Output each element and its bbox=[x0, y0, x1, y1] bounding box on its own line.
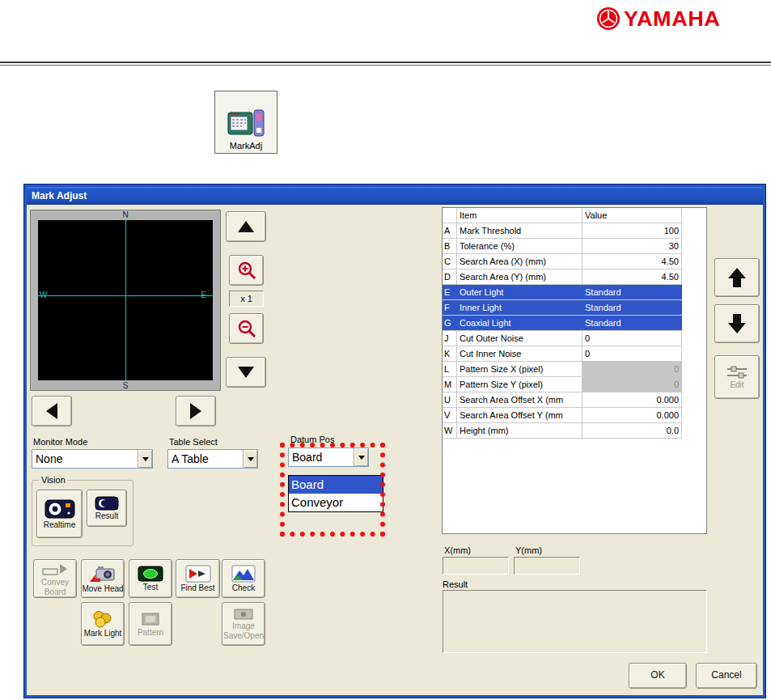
table-row-selected[interactable]: G Coaxial Light Standard bbox=[443, 316, 682, 331]
move-up-button[interactable] bbox=[226, 211, 266, 242]
right-arrow-icon bbox=[190, 403, 201, 419]
row-item: Search Area (Y) (mm) bbox=[457, 269, 582, 284]
table-row[interactable]: K Cut Inner Noise 0 bbox=[443, 346, 682, 362]
down-arrow-icon bbox=[238, 367, 254, 378]
test-button[interactable]: Test bbox=[129, 559, 172, 598]
image-save-open-label: Image Save/Open bbox=[222, 622, 265, 640]
datum-pos-label: Datum Pos bbox=[290, 435, 334, 444]
yamaha-logo-mark-icon bbox=[596, 6, 621, 31]
realtime-button[interactable]: Realtime bbox=[36, 490, 83, 538]
row-value: 4.50 bbox=[582, 269, 682, 284]
result-button[interactable]: Result bbox=[87, 490, 127, 527]
thick-up-arrow-icon bbox=[726, 265, 748, 290]
table-header-row: Item Value bbox=[443, 208, 682, 223]
check-label: Check bbox=[232, 583, 255, 593]
row-item: Coaxial Light bbox=[457, 316, 582, 330]
row-key: F bbox=[443, 300, 457, 315]
option-board[interactable]: Board bbox=[289, 476, 383, 494]
monitor-mode-select[interactable]: None bbox=[32, 449, 153, 469]
row-key: C bbox=[443, 254, 457, 269]
table-select-label: Table Select bbox=[169, 437, 218, 447]
zoom-out-button[interactable] bbox=[229, 313, 264, 344]
mark-light-icon bbox=[91, 610, 115, 628]
dialog-title: Mark Adjust bbox=[32, 190, 87, 202]
mark-light-button[interactable]: Mark Light bbox=[81, 602, 125, 646]
row-value: Standard bbox=[582, 300, 682, 315]
pattern-label: Pattern bbox=[138, 628, 163, 638]
row-value: 0.000 bbox=[582, 392, 682, 407]
table-row[interactable]: A Mark Threshold 100 bbox=[443, 223, 682, 239]
row-item: Outer Light bbox=[457, 285, 582, 299]
compass-south-label: S bbox=[123, 381, 129, 390]
find-best-label: Find Best bbox=[180, 583, 214, 593]
option-conveyor[interactable]: Conveyor bbox=[289, 494, 383, 511]
ok-label: OK bbox=[650, 670, 664, 681]
separator-line-thin bbox=[0, 65, 771, 66]
move-down-button[interactable] bbox=[226, 357, 266, 388]
find-best-icon bbox=[185, 565, 211, 583]
row-key: W bbox=[443, 423, 457, 438]
move-right-button[interactable] bbox=[176, 396, 216, 426]
row-item: Tolerance (%) bbox=[457, 239, 582, 253]
dialog-titlebar[interactable]: Mark Adjust bbox=[27, 187, 763, 205]
row-item: Pattern Size Y (pixel) bbox=[457, 377, 582, 392]
row-item: Search Area (X) (mm) bbox=[457, 254, 582, 269]
cancel-button[interactable]: Cancel bbox=[696, 663, 757, 689]
move-left-button[interactable] bbox=[32, 396, 72, 426]
zoom-out-icon bbox=[236, 318, 257, 339]
mark-light-label: Mark Light bbox=[84, 629, 122, 638]
image-save-open-button: Image Save/Open bbox=[222, 602, 265, 646]
table-row[interactable]: B Tolerance (%) 30 bbox=[443, 239, 682, 254]
row-value: Standard bbox=[582, 285, 682, 299]
row-item: Mark Threshold bbox=[457, 223, 582, 238]
find-best-button[interactable]: Find Best bbox=[176, 559, 220, 598]
ok-button[interactable]: OK bbox=[629, 663, 687, 689]
move-head-label: Move Head bbox=[82, 584, 123, 594]
convey-board-icon bbox=[41, 561, 69, 577]
crosshair-vertical bbox=[125, 220, 126, 380]
edit-button: Edit bbox=[714, 355, 760, 399]
table-row[interactable]: M Pattern Size Y (pixel) 0 bbox=[443, 377, 682, 392]
header-item-cell: Item bbox=[457, 208, 582, 223]
row-key: G bbox=[443, 316, 457, 330]
table-row[interactable]: J Cut Outer Noise 0 bbox=[443, 331, 682, 346]
markadj-launcher-button[interactable]: MarkAdj bbox=[214, 91, 277, 154]
table-row-selected[interactable]: F Inner Light Standard bbox=[443, 300, 682, 316]
yamaha-logo-text: YAMAHA bbox=[624, 7, 720, 31]
chevron-down-icon[interactable] bbox=[138, 450, 152, 468]
mark-adjust-dialog: Mark Adjust N S W E x 1 bbox=[24, 185, 765, 698]
table-row[interactable]: W Height (mm) 0.0 bbox=[443, 423, 682, 439]
zoom-in-button[interactable] bbox=[229, 255, 264, 286]
table-row[interactable]: C Search Area (X) (mm) 4.50 bbox=[443, 254, 682, 269]
check-button[interactable]: Check bbox=[222, 559, 265, 598]
row-up-button[interactable] bbox=[714, 258, 760, 297]
table-row-selected[interactable]: E Outer Light Standard bbox=[443, 285, 682, 300]
row-down-button[interactable] bbox=[714, 304, 760, 343]
test-label: Test bbox=[143, 583, 158, 592]
left-arrow-icon bbox=[46, 403, 57, 419]
result-output-box bbox=[443, 590, 707, 653]
pattern-button: Pattern bbox=[129, 602, 172, 646]
table-row[interactable]: U Search Area Offset X (mm 0.000 bbox=[443, 392, 682, 408]
move-head-button[interactable]: Move Head bbox=[81, 559, 125, 598]
row-item: Inner Light bbox=[457, 300, 582, 315]
chevron-down-icon[interactable] bbox=[243, 450, 257, 468]
datum-pos-option-list: Board Conveyor bbox=[288, 475, 383, 512]
table-select-select[interactable]: A Table bbox=[167, 449, 258, 469]
yamaha-logo: YAMAHA bbox=[596, 6, 713, 31]
thick-down-arrow-icon bbox=[726, 312, 748, 336]
chevron-down-icon[interactable] bbox=[354, 448, 368, 466]
row-key: A bbox=[443, 223, 457, 238]
datum-pos-select[interactable]: Board bbox=[288, 448, 369, 467]
monitor-mode-label: Monitor Mode bbox=[33, 437, 87, 447]
table-row[interactable]: D Search Area (Y) (mm) 4.50 bbox=[443, 269, 682, 285]
table-row[interactable]: L Pattern Size X (pixel) 0 bbox=[443, 362, 682, 377]
row-value-disabled: 0 bbox=[582, 377, 682, 392]
table-row[interactable]: V Search Area Offset Y (mm 0.000 bbox=[443, 408, 682, 423]
parameter-table: Item Value A Mark Threshold 100 B Tolera… bbox=[442, 207, 707, 534]
row-key: D bbox=[443, 269, 457, 284]
row-key: M bbox=[443, 377, 457, 392]
row-value: 0.000 bbox=[582, 408, 682, 422]
compass-west-label: W bbox=[40, 291, 47, 299]
compass-east-label: E bbox=[201, 291, 206, 299]
